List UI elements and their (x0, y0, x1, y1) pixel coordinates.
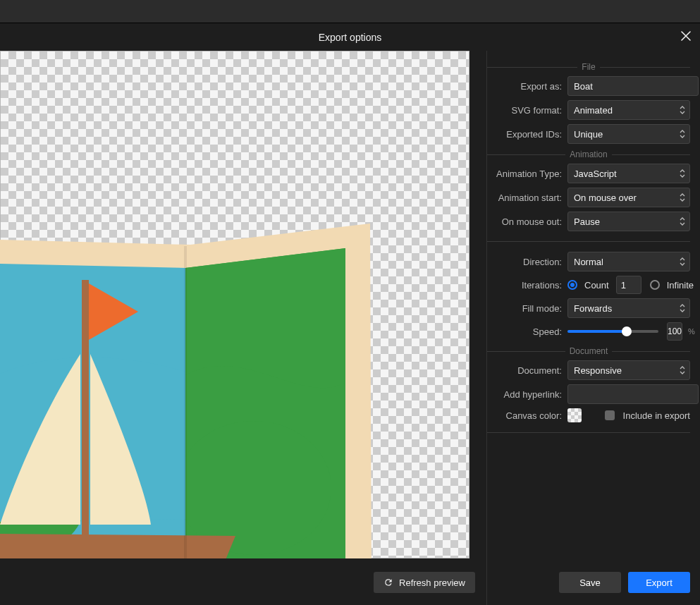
chevron-updown-icon (680, 365, 685, 375)
exported-ids-select[interactable]: Unique (567, 124, 690, 144)
speed-unit: % (688, 327, 695, 336)
on-mouse-out-select[interactable]: Pause (567, 212, 690, 231)
chevron-updown-icon (680, 169, 685, 178)
chevron-updown-icon (680, 216, 685, 226)
preview-canvas (0, 51, 469, 558)
document-value: Responsive (574, 365, 622, 376)
app-toolbar (0, 0, 700, 23)
canvas-color-label: Canvas color: (487, 410, 563, 421)
fill-mode-select[interactable]: Forwards (567, 298, 690, 318)
export-as-input[interactable] (567, 76, 699, 96)
svg-format-select[interactable]: Animated (567, 100, 690, 120)
preview-footer: Refresh preview (0, 560, 486, 605)
section-file: File (487, 62, 690, 72)
svg-format-value: Animated (574, 105, 613, 116)
section-file-label: File (577, 62, 599, 72)
animation-type-select[interactable]: JavaScript (567, 164, 690, 183)
options-scroll[interactable]: File Export as: SVG format: Animated Exp… (487, 51, 700, 560)
iterations-count-radio[interactable] (567, 280, 577, 290)
save-button-label: Save (579, 578, 601, 588)
iterations-infinite-label: Infinite (667, 280, 694, 291)
iterations-label: Iterations: (487, 280, 563, 291)
section-animation-label: Animation (565, 149, 611, 159)
document-label: Document: (487, 365, 563, 376)
refresh-preview-label: Refresh preview (399, 578, 465, 588)
speed-value: 100 (668, 326, 682, 336)
animation-type-value: JavaScript (574, 169, 617, 179)
section-document-label: Document (565, 346, 613, 356)
svg-format-label: SVG format: (487, 105, 563, 116)
refresh-preview-button[interactable]: Refresh preview (374, 572, 475, 593)
rule (487, 241, 690, 242)
section-animation: Animation (487, 149, 690, 159)
preview-area[interactable] (0, 51, 486, 560)
options-column: File Export as: SVG format: Animated Exp… (486, 51, 700, 605)
exported-ids-label: Exported IDs: (487, 129, 563, 140)
export-button[interactable]: Export (628, 572, 690, 593)
speed-slider[interactable] (567, 330, 658, 333)
document-select[interactable]: Responsive (567, 360, 690, 380)
animation-start-value: On mouse over (574, 192, 637, 203)
close-button[interactable] (677, 29, 694, 46)
exported-ids-value: Unique (574, 129, 603, 140)
animation-start-label: Animation start: (487, 192, 563, 203)
fill-mode-value: Forwards (574, 303, 612, 314)
direction-select[interactable]: Normal (567, 252, 690, 271)
chevron-updown-icon (680, 257, 685, 267)
iterations-count-label: Count (584, 280, 609, 291)
chevron-updown-icon (680, 129, 685, 139)
chevron-updown-icon (680, 192, 685, 202)
on-mouse-out-label: On mouse out: (487, 216, 563, 227)
hyperlink-label: Add hyperlink: (487, 389, 563, 400)
fill-mode-label: Fill mode: (487, 303, 563, 314)
refresh-icon (383, 578, 393, 587)
export-as-label: Export as: (487, 81, 563, 92)
chevron-updown-icon (680, 303, 685, 313)
hyperlink-input[interactable] (567, 384, 699, 404)
dialog-title: Export options (319, 32, 382, 43)
save-button[interactable]: Save (559, 572, 621, 593)
include-in-export-checkbox[interactable] (605, 410, 615, 420)
dialog-header: Export options (0, 23, 700, 51)
include-in-export-label: Include in export (623, 410, 690, 421)
on-mouse-out-value: Pause (574, 216, 600, 227)
chevron-updown-icon (680, 105, 685, 115)
speed-value-field[interactable]: 100 (667, 322, 682, 341)
direction-value: Normal (574, 257, 603, 267)
animation-type-label: Animation Type: (487, 169, 563, 179)
animation-start-select[interactable]: On mouse over (567, 188, 690, 207)
iterations-infinite-radio[interactable] (650, 280, 660, 290)
direction-label: Direction: (487, 257, 563, 267)
rule (487, 432, 690, 433)
iterations-count-input[interactable] (616, 276, 641, 294)
preview-column: Refresh preview (0, 51, 486, 605)
speed-label: Speed: (487, 326, 563, 337)
canvas-color-swatch[interactable] (567, 408, 582, 422)
section-document: Document (487, 346, 690, 356)
export-button-label: Export (646, 578, 673, 588)
dialog-footer: Save Export (487, 560, 700, 605)
dialog-body: Refresh preview File Export as: SVG form… (0, 51, 700, 605)
close-icon (681, 30, 691, 44)
